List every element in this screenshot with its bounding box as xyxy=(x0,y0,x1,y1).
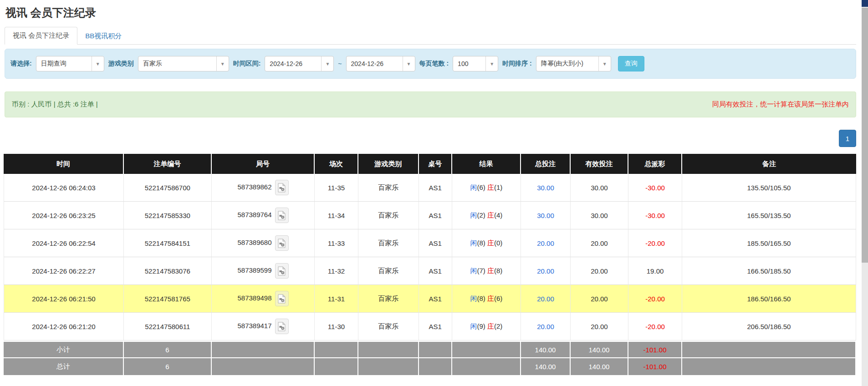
video-file-icon[interactable] xyxy=(275,263,289,279)
cell-game: 百家乐 xyxy=(358,313,419,340)
result-player: 闲 xyxy=(470,322,477,330)
date-mode-select[interactable]: 日期查询 ▼ xyxy=(36,56,104,71)
game-type-select[interactable]: 百家乐 ▼ xyxy=(138,56,229,71)
scrollbar-thumb[interactable] xyxy=(862,8,868,263)
cell-game: 百家乐 xyxy=(358,257,419,285)
summary-text: 币别 : 人民币 | 总共 :6 注单 | xyxy=(12,100,98,109)
cell-game: 百家乐 xyxy=(358,229,419,257)
cell-time: 2024-12-26 06:24:03 xyxy=(4,174,124,202)
video-file-icon[interactable] xyxy=(275,208,289,223)
cell-session: 11-35 xyxy=(315,174,358,202)
page-size-select[interactable]: 100 ▼ xyxy=(453,56,498,71)
header-time: 时间 xyxy=(4,154,124,174)
cell-empty xyxy=(212,358,315,376)
result-banker: 庄 xyxy=(487,267,494,274)
result-banker: 庄 xyxy=(487,295,494,302)
cell-bet-id: 522147581765 xyxy=(124,285,212,313)
sort-label: 时间排序 : xyxy=(502,60,532,68)
cell-empty xyxy=(682,340,856,358)
grand-total-count: 6 xyxy=(124,358,212,376)
video-file-icon[interactable] xyxy=(275,319,289,334)
header-result: 结果 xyxy=(452,154,521,174)
cell-session: 11-34 xyxy=(315,202,358,229)
cell-total-bet[interactable]: 20.00 xyxy=(521,229,571,257)
result-player-points: (8) xyxy=(477,239,485,247)
cell-table: AS1 xyxy=(419,202,452,229)
cell-table: AS1 xyxy=(419,229,452,257)
subtotal-payout: -101.00 xyxy=(628,340,682,358)
cell-empty xyxy=(419,340,452,358)
cell-session: 11-30 xyxy=(315,313,358,340)
date-to-select[interactable]: 2024-12-26 ▼ xyxy=(346,56,415,71)
header-remark: 备注 xyxy=(682,154,856,174)
cell-total-bet[interactable]: 30.00 xyxy=(521,174,571,202)
table-header-row: 时间 注单编号 局号 场次 游戏类别 桌号 结果 总投注 有效投注 总派彩 备注 xyxy=(4,154,856,174)
game-type-value: 百家乐 xyxy=(138,60,167,68)
table-row: 2024-12-26 06:22:27 522147583076 5873895… xyxy=(4,257,856,285)
cell-remark: 166.50/185.50 xyxy=(682,257,856,285)
round-id: 587389680 xyxy=(237,239,271,246)
cell-result: 闲(8) 庄(0) xyxy=(452,229,521,257)
cell-round: 587389862 xyxy=(212,174,315,202)
result-player-points: (2) xyxy=(477,211,485,219)
header-round-id: 局号 xyxy=(212,154,315,174)
header-table-no: 桌号 xyxy=(419,154,452,174)
video-file-icon[interactable] xyxy=(275,235,289,251)
cell-bet-id: 522147580611 xyxy=(124,313,212,340)
subtotal-label: 小计 xyxy=(4,340,124,358)
result-banker: 庄 xyxy=(487,211,494,219)
cell-session: 11-32 xyxy=(315,257,358,285)
cell-game: 百家乐 xyxy=(358,202,419,229)
sort-value: 降幂(由大到小) xyxy=(536,60,588,68)
table-row: 2024-12-26 06:22:54 522147584151 5873896… xyxy=(4,229,856,257)
cell-time: 2024-12-26 06:22:54 xyxy=(4,229,124,257)
result-banker: 庄 xyxy=(487,322,494,330)
cell-empty xyxy=(358,340,419,358)
grand-total-bet: 140.00 xyxy=(521,358,571,376)
chevron-down-icon: ▼ xyxy=(92,56,104,71)
tab-betting-records[interactable]: 视讯 会员下注纪录 xyxy=(5,27,77,45)
bet-records-table: 时间 注单编号 局号 场次 游戏类别 桌号 结果 总投注 有效投注 总派彩 备注… xyxy=(4,154,856,376)
time-range-label: 时间区间: xyxy=(233,60,261,68)
summary-note: 同局有效投注，统一计算在该局第一张注单内 xyxy=(712,100,849,109)
result-player: 闲 xyxy=(470,267,477,274)
video-file-icon[interactable] xyxy=(275,180,289,195)
cell-table: AS1 xyxy=(419,257,452,285)
range-separator: ~ xyxy=(338,60,342,67)
mode-label: 请选择: xyxy=(10,60,32,68)
date-from-select[interactable]: 2024-12-26 ▼ xyxy=(265,56,334,71)
table-row: 2024-12-26 06:21:50 522147581765 5873894… xyxy=(4,285,856,313)
cell-remark: 165.50/135.50 xyxy=(682,202,856,229)
tab-bb-video-points[interactable]: BB视讯积分 xyxy=(77,28,129,45)
cell-payout: -30.00 xyxy=(628,202,682,229)
cell-time: 2024-12-26 06:21:50 xyxy=(4,285,124,313)
subtotal-count: 6 xyxy=(124,340,212,358)
video-file-icon[interactable] xyxy=(275,291,289,306)
cell-total-bet[interactable]: 20.00 xyxy=(521,257,571,285)
cell-total-bet[interactable]: 20.00 xyxy=(521,285,571,313)
header-payout: 总派彩 xyxy=(628,154,682,174)
date-from-value: 2024-12-26 xyxy=(265,60,307,67)
cell-payout: -20.00 xyxy=(628,285,682,313)
search-button[interactable]: 查询 xyxy=(618,56,644,71)
cell-bet-id: 522147583076 xyxy=(124,257,212,285)
cell-valid-bet: 20.00 xyxy=(571,285,628,313)
header-bet-id: 注单编号 xyxy=(124,154,212,174)
cell-valid-bet: 20.00 xyxy=(571,313,628,340)
cell-total-bet[interactable]: 30.00 xyxy=(521,202,571,229)
grand-total-payout: -101.00 xyxy=(628,358,682,376)
cell-empty xyxy=(315,358,358,376)
cell-total-bet[interactable]: 20.00 xyxy=(521,313,571,340)
sort-select[interactable]: 降幂(由大到小) ▼ xyxy=(536,56,611,71)
result-player-points: (9) xyxy=(477,322,485,330)
chevron-down-icon: ▼ xyxy=(485,56,498,71)
cell-remark: 186.50/166.50 xyxy=(682,285,856,313)
cell-empty xyxy=(452,358,521,376)
page-size-value: 100 xyxy=(453,60,473,67)
page-1-button[interactable]: 1 xyxy=(839,130,856,147)
cell-remark: 185.50/165.50 xyxy=(682,229,856,257)
cell-game: 百家乐 xyxy=(358,174,419,202)
cell-table: AS1 xyxy=(419,313,452,340)
scrollbar[interactable] xyxy=(862,0,868,386)
cell-time: 2024-12-26 06:23:25 xyxy=(4,202,124,229)
